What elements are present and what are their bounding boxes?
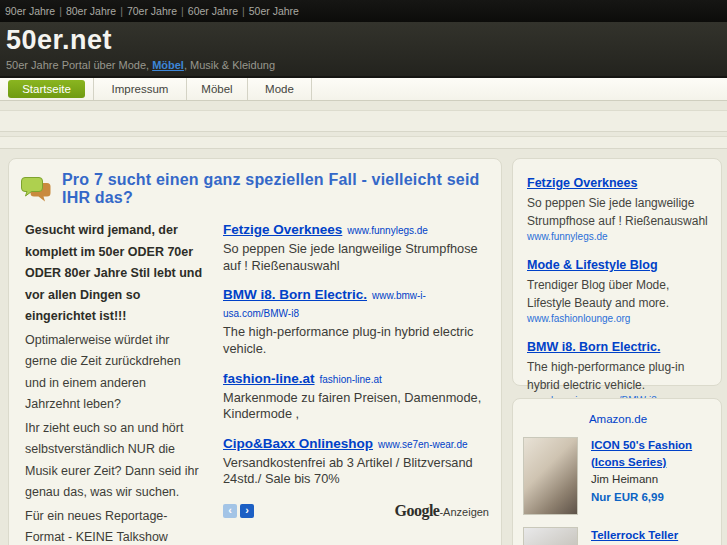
- ad-title-link[interactable]: fashion-line.at: [223, 371, 315, 386]
- sidebar-ad-item: BMW i8. Born Electric. The high-performa…: [527, 337, 711, 406]
- ad-title-link[interactable]: Cipo&Baxx Onlineshop: [223, 436, 373, 451]
- tab-mode[interactable]: Mode: [248, 78, 312, 100]
- amazon-link[interactable]: Amazon.de: [523, 413, 713, 425]
- speech-bubbles-icon: [21, 176, 53, 203]
- sidebar-ad-body: So peppen Sie jede langweilige Strumpfho…: [527, 194, 711, 230]
- amazon-widget-box: Amazon.de ICON 50's Fashion (Icons Serie…: [512, 398, 722, 545]
- subtitle-moebel-link[interactable]: Möbel: [152, 59, 184, 71]
- article-paragraph: Für ein neues Reportage-Format - KEINE T…: [25, 506, 203, 545]
- product-price: Nur EUR 6,99: [591, 489, 692, 506]
- separator: |: [242, 5, 245, 17]
- sidebar-ad-title-link[interactable]: Mode & Lifestyle Blog: [527, 258, 658, 272]
- product-title-link[interactable]: (Icons Series): [591, 454, 692, 471]
- ads-pager: ‹ ›: [223, 504, 254, 518]
- article-paragraph: Optimalerweise würdet ihr gerne die Zeit…: [25, 330, 203, 416]
- link-60er[interactable]: 60er Jahre: [188, 5, 238, 17]
- site-subtitle: 50er Jahre Portal über Mode, Möbel, Musi…: [6, 59, 727, 71]
- article-lead: Gesucht wird jemand, der komplett im 50e…: [25, 220, 203, 328]
- google-logo: Google: [394, 502, 439, 519]
- tab-impressum-label: Impressum: [112, 83, 169, 95]
- sidebar-ad-title-link[interactable]: Fetzige Overknees: [527, 176, 637, 190]
- tab-impressum[interactable]: Impressum: [94, 78, 187, 100]
- ad-item: Cipo&Baxx Onlineshopwww.se7en-wear.de Ve…: [223, 434, 489, 488]
- site-title: 50er.net: [6, 25, 727, 56]
- ad-title-link[interactable]: Fetzige Overknees: [223, 222, 342, 237]
- sidebar-ad-url[interactable]: www.fashionlounge.org: [527, 313, 711, 324]
- separator: |: [181, 5, 184, 17]
- link-90er[interactable]: 90er Jahre: [5, 5, 55, 17]
- page: 90er Jahre|80er Jahre|70er Jahre|60er Ja…: [0, 0, 727, 545]
- ad-url[interactable]: fashion-line.at: [320, 374, 382, 385]
- product-image[interactable]: [523, 437, 578, 515]
- link-70er[interactable]: 70er Jahre: [127, 5, 177, 17]
- ad-body: Versandkostenfrei ab 3 Artikel / Blitzve…: [223, 455, 489, 488]
- tab-startseite[interactable]: Startseite: [0, 78, 94, 100]
- link-50er[interactable]: 50er Jahre: [249, 5, 299, 17]
- sidebar-ad-body: Trendiger Blog über Mode, Lifestyle Beau…: [527, 276, 711, 312]
- tab-startseite-label: Startseite: [8, 80, 85, 98]
- ad-item: Fetzige Overkneeswww.funnylegs.de So pep…: [223, 220, 489, 274]
- separator: |: [59, 5, 62, 17]
- amazon-product: Tellerrock Teller Rock Röcke Kleid f... …: [523, 527, 713, 545]
- sidebar-ad-url[interactable]: www.funnylegs.de: [527, 231, 711, 242]
- main-nav: Startseite Impressum Möbel Mode: [0, 78, 727, 101]
- tab-mode-label: Mode: [265, 83, 294, 95]
- site-header: 50er.net 50er Jahre Portal über Mode, Mö…: [0, 22, 727, 78]
- sidebar-ads-box: Fetzige Overknees So peppen Sie jede lan…: [512, 158, 722, 386]
- ads-prev-button[interactable]: ‹: [223, 504, 237, 518]
- page-title: Pro 7 sucht einen ganz speziellen Fall -…: [62, 171, 489, 207]
- google-anzeigen-label[interactable]: Google-Anzeigen: [394, 502, 489, 520]
- article-paragraph: Ihr zieht euch so an und hört selbstvers…: [25, 418, 203, 504]
- amazon-product: ICON 50's Fashion (Icons Series) Jim Hei…: [523, 437, 713, 515]
- ad-item: fashion-line.atfashion-line.at Markenmod…: [223, 369, 489, 423]
- tab-moebel-label: Möbel: [201, 83, 232, 95]
- link-80er[interactable]: 80er Jahre: [66, 5, 116, 17]
- ad-url[interactable]: www.funnylegs.de: [347, 225, 428, 236]
- sidebar-ad-body: The high-performance plug-in hybrid elec…: [527, 358, 711, 394]
- anzeigen-text: -Anzeigen: [439, 506, 489, 518]
- ad-body: The high-performance plug-in hybrid elec…: [223, 324, 489, 357]
- sidebar-ad-item: Mode & Lifestyle Blog Trendiger Blog übe…: [527, 255, 711, 324]
- ad-body: Markenmode zu fairen Preisen, Damenmode,…: [223, 390, 489, 423]
- ads-next-button[interactable]: ›: [240, 504, 254, 518]
- decorative-strip: [0, 136, 727, 149]
- main-content-box: Pro 7 sucht einen ganz speziellen Fall -…: [8, 158, 502, 545]
- article-heading-row: Pro 7 sucht einen ganz speziellen Fall -…: [19, 171, 489, 207]
- ads-footer: ‹ › Google-Anzeigen: [223, 502, 489, 520]
- sidebar-ad-title-link[interactable]: BMW i8. Born Electric.: [527, 340, 660, 354]
- decade-links-bar: 90er Jahre|80er Jahre|70er Jahre|60er Ja…: [0, 0, 727, 22]
- ad-item: BMW i8. Born Electric.www.bmw-i-usa.com/…: [223, 285, 489, 357]
- product-title-link[interactable]: Tellerrock Teller: [591, 527, 688, 544]
- subtitle-text: 50er Jahre Portal über Mode,: [6, 59, 152, 71]
- ad-title-link[interactable]: BMW i8. Born Electric.: [223, 287, 367, 302]
- ad-url[interactable]: www.se7en-wear.de: [378, 439, 468, 450]
- separator: |: [120, 5, 123, 17]
- product-author: Jim Heimann: [591, 471, 692, 488]
- article-text: Gesucht wird jemand, der komplett im 50e…: [19, 220, 203, 545]
- product-details: Tellerrock Teller Rock Röcke Kleid f... …: [591, 527, 688, 545]
- ad-body: So peppen Sie jede langweilige Strumpfho…: [223, 241, 489, 274]
- subtitle-text: , Musik & Kleidung: [184, 59, 275, 71]
- product-image[interactable]: [523, 527, 578, 545]
- decorative-strip: [0, 110, 727, 132]
- google-ads-column: Fetzige Overkneeswww.funnylegs.de So pep…: [223, 220, 489, 545]
- sidebar-ad-item: Fetzige Overknees So peppen Sie jede lan…: [527, 173, 711, 242]
- tab-moebel[interactable]: Möbel: [187, 78, 248, 100]
- product-title-link[interactable]: ICON 50's Fashion: [591, 437, 692, 454]
- product-details: ICON 50's Fashion (Icons Series) Jim Hei…: [591, 437, 692, 515]
